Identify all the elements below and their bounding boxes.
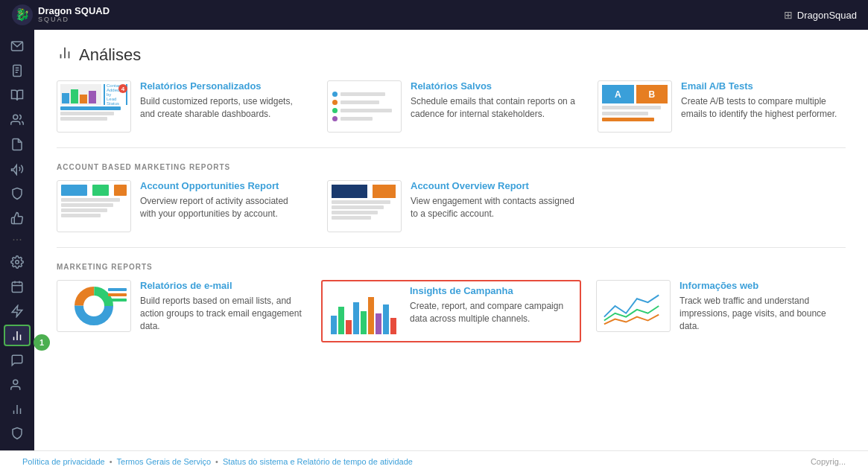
sidebar-item-book[interactable] xyxy=(4,85,31,106)
svg-point-7 xyxy=(13,115,18,119)
card-ab-desc: Create A/B tests to compare multiple ema… xyxy=(681,95,846,121)
sidebar-item-security[interactable] xyxy=(4,182,31,204)
svg-rect-10 xyxy=(12,282,22,293)
account-report-cards: Account Opportunities Report Overview re… xyxy=(57,180,846,248)
dragon-logo-icon: 🐉 xyxy=(11,4,34,26)
card-email-title[interactable]: Relatórios de e-mail xyxy=(140,280,306,291)
sidebar-item-like[interactable] xyxy=(4,207,31,229)
card-overview: Account Overview Report View engagement … xyxy=(327,180,575,232)
spacer xyxy=(598,180,846,232)
sidebar-item-contacts[interactable] xyxy=(4,109,31,131)
card-personalized-desc: Build customized reports, use widgets, a… xyxy=(140,95,305,121)
content-area: Análises Contact Ad xyxy=(34,30,868,450)
svg-point-9 xyxy=(16,260,19,264)
topbar-user[interactable]: ⊞ DragonSquad xyxy=(784,9,857,21)
card-saved-title[interactable]: Relatórios Salvos xyxy=(411,80,575,92)
card-opp: Account Opportunities Report Overview re… xyxy=(57,180,305,232)
card-email-ab: A B Email A/B Tests Create A/B tests to … xyxy=(598,80,846,133)
logo-text-dragon: Dragon SQUAD xyxy=(38,6,110,16)
card-ab-title[interactable]: Email A/B Tests xyxy=(681,80,846,92)
logo-text-squad: SQUAD xyxy=(38,16,110,24)
account-section-header: ACCOUNT BASED MARKETING REPORTS xyxy=(57,163,846,171)
card-saved: Relatórios Salvos Schedule emails that c… xyxy=(327,80,575,133)
grid-icon: ⊞ xyxy=(784,9,793,21)
thumb-rows xyxy=(60,106,127,121)
card-personalized-thumb: Contact Added byLead Status 4 xyxy=(57,80,131,133)
card-ab-text: Email A/B Tests Create A/B tests to comp… xyxy=(681,80,846,133)
footer-sep1: • xyxy=(110,457,113,466)
sidebar-item-shield[interactable] xyxy=(4,423,31,444)
card-email: 2 Relatórios de e-mail Build reports bas… xyxy=(57,280,306,342)
card-web-title[interactable]: Informações web xyxy=(679,280,846,291)
card-web-thumb xyxy=(596,280,671,332)
sidebar-item-email[interactable] xyxy=(4,36,31,57)
svg-marker-8 xyxy=(12,165,17,175)
page-title: Análises xyxy=(57,45,846,66)
footer-status[interactable]: Status do sistema e Relatório de tempo d… xyxy=(223,457,413,466)
card-email-desc: Build reports based on email lists, and … xyxy=(140,295,306,332)
analytics-icon xyxy=(57,45,73,66)
top-cards-section: Contact Added byLead Status 4 Relatórios… xyxy=(57,80,846,148)
topbar: 🐉 Dragon SQUAD SQUAD ⊞ DragonSquad xyxy=(0,0,868,30)
user-name: DragonSquad xyxy=(797,10,857,21)
card-personalized-text: Relatórios Personalizados Build customiz… xyxy=(140,80,305,133)
footer-privacy[interactable]: Política de privacidade xyxy=(22,457,105,466)
page-title-text: Análises xyxy=(79,45,141,65)
main-layout: ··· 1 An xyxy=(0,30,868,450)
card-web: Informações web Track web traffic and un… xyxy=(596,280,846,342)
footer: Política de privacidade • Termos Gerais … xyxy=(0,450,868,472)
marketing-cards: 2 Relatórios de e-mail Build reports bas… xyxy=(57,280,846,342)
card-opp-thumb xyxy=(57,180,131,232)
footer-sep2: • xyxy=(215,457,218,466)
card-ab-thumb: A B xyxy=(598,80,672,133)
sidebar-item-clipboard[interactable] xyxy=(4,60,31,82)
card-opp-desc: Overview report of activity associated w… xyxy=(140,195,305,220)
sidebar-dots[interactable]: ··· xyxy=(12,232,22,248)
sidebar-item-settings[interactable] xyxy=(4,251,31,272)
card-campaign-title[interactable]: Insights de Campanha xyxy=(410,285,576,296)
card-web-text: Informações web Track web traffic and un… xyxy=(679,280,846,342)
card-opp-title[interactable]: Account Opportunities Report xyxy=(140,180,305,191)
thumb-label: Contact Added byLead Status xyxy=(104,84,127,105)
sidebar-item-support[interactable] xyxy=(4,349,31,371)
card-ov-text: Account Overview Report View engagement … xyxy=(411,180,575,232)
ab-box-b: B xyxy=(636,85,668,103)
card-personalized-title[interactable]: Relatórios Personalizados xyxy=(140,80,305,92)
sidebar-item-analytics[interactable]: 1 xyxy=(4,325,31,346)
sidebar-item-reports[interactable] xyxy=(4,398,31,420)
sidebar-item-campaigns[interactable] xyxy=(4,159,31,180)
card-campaign-thumb xyxy=(326,285,401,337)
card-opp-text: Account Opportunities Report Overview re… xyxy=(140,180,305,232)
svg-text:🐉: 🐉 xyxy=(15,7,30,22)
card-ov-desc: View engagement with contacts assigned t… xyxy=(411,195,575,220)
footer-terms[interactable]: Termos Gerais de Serviço xyxy=(117,457,212,466)
sidebar-item-calendar[interactable] xyxy=(4,275,31,297)
sidebar: ··· 1 xyxy=(0,30,34,450)
svg-marker-14 xyxy=(12,305,22,316)
marketing-section-header: MARKETING REPORTS xyxy=(57,263,846,271)
card-saved-thumb xyxy=(327,80,402,133)
card-ov-thumb xyxy=(327,180,402,232)
svg-point-18 xyxy=(13,380,18,384)
sidebar-item-users[interactable] xyxy=(4,374,31,395)
card-campaign[interactable]: Insights de Campanha Create, report, and… xyxy=(321,280,581,342)
card-email-thumb: 2 xyxy=(57,280,131,332)
sidebar-item-automation[interactable] xyxy=(4,300,31,322)
line-chart xyxy=(601,284,666,328)
logo[interactable]: 🐉 Dragon SQUAD SQUAD xyxy=(11,4,110,26)
card-saved-desc: Schedule emails that contain reports on … xyxy=(411,95,575,121)
card-saved-text: Relatórios Salvos Schedule emails that c… xyxy=(411,80,575,133)
card-campaign-text: Insights de Campanha Create, report, and… xyxy=(410,285,576,337)
bar-chart-mini xyxy=(60,84,101,105)
card-campaign-desc: Create, report, and compare campaign dat… xyxy=(410,300,576,325)
card-email-text: Relatórios de e-mail Build reports based… xyxy=(140,280,306,342)
card-personalized: Contact Added byLead Status 4 Relatórios… xyxy=(57,80,305,133)
sidebar-item-documents[interactable] xyxy=(4,134,31,156)
legend-lines xyxy=(108,288,127,302)
card-ov-title[interactable]: Account Overview Report xyxy=(411,180,575,191)
card-web-desc: Track web traffic and understand impress… xyxy=(679,295,846,332)
footer-copyright: Copyrig... xyxy=(811,457,846,466)
ab-box-a: A xyxy=(602,85,634,103)
